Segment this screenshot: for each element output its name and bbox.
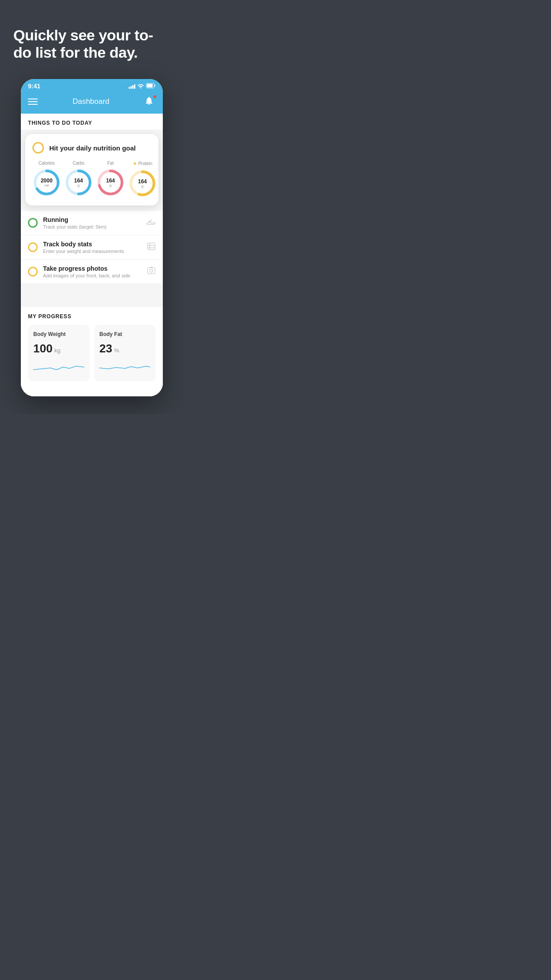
fat-donut: 164 g	[96, 168, 125, 197]
protein-label: ★ Protein	[133, 161, 153, 166]
running-subtitle: Track your stats (target: 5km)	[43, 224, 141, 229]
svg-rect-15	[148, 268, 155, 273]
svg-rect-2	[147, 84, 153, 87]
nutrition-card: Hit your daily nutrition goal Calories 2…	[25, 134, 158, 205]
hero-title: Quickly see your to-do list for the day.	[13, 27, 170, 61]
photo-icon	[147, 266, 156, 277]
nav-bar: Dashboard	[21, 91, 163, 114]
nav-title: Dashboard	[72, 97, 109, 106]
nutrition-card-title: Hit your daily nutrition goal	[49, 144, 136, 152]
progress-section: MY PROGRESS Body Weight 100 kg Body Fat	[21, 307, 163, 387]
body-weight-chart	[33, 360, 84, 373]
fat-value-text: 164 g	[106, 178, 115, 187]
running-title: Running	[43, 216, 141, 223]
carbs-value-text: 164 g	[74, 178, 83, 187]
protein-value-text: 164 g	[138, 179, 147, 188]
wifi-icon	[138, 83, 144, 90]
nutrition-row: Calories 2000 cal Carbs	[32, 161, 151, 198]
todo-item-progress-photos[interactable]: Take progress photos Add images of your …	[21, 260, 163, 284]
hamburger-line-3	[28, 104, 38, 105]
todo-item-running[interactable]: Running Track your stats (target: 5km)	[21, 211, 163, 235]
nutrition-card-header: Hit your daily nutrition goal	[32, 142, 151, 154]
track-body-check-circle	[28, 242, 38, 252]
phone-mockup: 9:41	[21, 79, 163, 396]
body-fat-chart	[99, 360, 150, 373]
star-icon: ★	[133, 161, 137, 166]
body-fat-title: Body Fat	[99, 331, 150, 337]
body-weight-unit: kg	[54, 347, 60, 354]
progress-photos-title: Take progress photos	[43, 265, 142, 272]
app-content: THINGS TO DO TODAY Hit your daily nutrit…	[21, 114, 163, 396]
fat-label: Fat	[107, 161, 114, 166]
hamburger-menu-button[interactable]	[28, 99, 38, 105]
todo-list: Running Track your stats (target: 5km) T…	[21, 211, 163, 284]
carbs-donut: 164 g	[64, 168, 93, 197]
body-fat-value-row: 23 %	[99, 342, 150, 356]
body-fat-card[interactable]: Body Fat 23 %	[94, 325, 156, 381]
status-icons	[129, 83, 156, 90]
running-check-circle	[28, 218, 38, 228]
todo-item-track-body[interactable]: Track body stats Enter your weight and m…	[21, 235, 163, 260]
running-text: Running Track your stats (target: 5km)	[43, 216, 141, 229]
signal-bar-4	[134, 84, 135, 89]
calories-label: Calories	[39, 161, 55, 166]
signal-bars-icon	[129, 83, 135, 89]
body-weight-value: 100	[33, 342, 52, 356]
progress-photos-subtitle: Add images of your front, back, and side	[43, 273, 142, 278]
nutrition-calories: Calories 2000 cal	[32, 161, 61, 198]
hamburger-line-2	[28, 101, 38, 102]
body-weight-value-row: 100 kg	[33, 342, 84, 356]
track-body-text: Track body stats Enter your weight and m…	[43, 241, 142, 254]
notification-bell-button[interactable]	[144, 96, 156, 107]
battery-icon	[146, 83, 156, 90]
signal-bar-2	[130, 86, 132, 89]
status-bar: 9:41	[21, 79, 163, 91]
nutrition-carbs: Carbs 164 g	[64, 161, 93, 198]
body-fat-unit: %	[114, 347, 119, 354]
shoe-icon	[146, 218, 156, 228]
hamburger-line-1	[28, 99, 38, 99]
protein-donut: 164 g	[128, 169, 157, 198]
calories-donut: 2000 cal	[32, 168, 61, 197]
body-weight-title: Body Weight	[33, 331, 84, 337]
track-body-subtitle: Enter your weight and measurements	[43, 249, 142, 254]
notification-dot	[153, 95, 157, 99]
bottom-padding	[21, 387, 163, 396]
spacer	[21, 284, 163, 296]
things-to-do-header: THINGS TO DO TODAY	[21, 114, 163, 130]
signal-bar-1	[129, 87, 130, 89]
my-progress-header: MY PROGRESS	[28, 313, 156, 320]
progress-cards: Body Weight 100 kg Body Fat 23 %	[28, 325, 156, 381]
nutrition-fat: Fat 164 g	[96, 161, 125, 198]
nutrition-protein: ★ Protein 164 g	[128, 161, 157, 198]
body-fat-value: 23	[99, 342, 112, 356]
svg-rect-1	[154, 84, 155, 87]
body-weight-card[interactable]: Body Weight 100 kg	[28, 325, 90, 381]
signal-bar-3	[132, 85, 134, 89]
calories-value-text: 2000 cal	[41, 178, 53, 187]
status-time: 9:41	[28, 83, 40, 90]
scale-icon	[147, 242, 156, 253]
svg-rect-11	[148, 243, 155, 249]
hero-section: Quickly see your to-do list for the day.	[0, 0, 184, 70]
progress-photos-check-circle	[28, 267, 38, 277]
carbs-label: Carbs	[73, 161, 85, 166]
svg-point-16	[150, 269, 153, 272]
track-body-title: Track body stats	[43, 241, 142, 248]
nutrition-check-circle	[32, 142, 44, 154]
progress-photos-text: Take progress photos Add images of your …	[43, 265, 142, 278]
